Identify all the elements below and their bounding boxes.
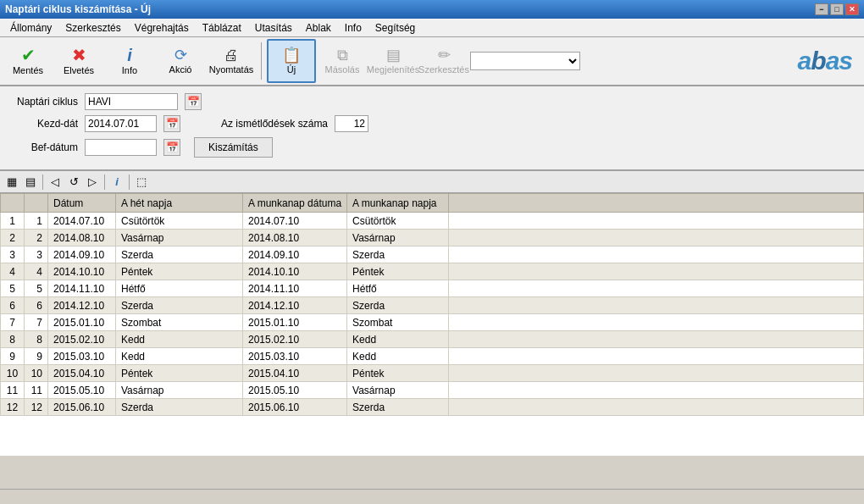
nav-back-button[interactable]: ◁ — [47, 174, 64, 191]
table-row[interactable]: 2 2 2014.08.10 Vasárnap 2014.08.10 Vasár… — [1, 230, 864, 246]
cell-date: 2014.12.10 — [48, 297, 116, 314]
cell-date: 2014.11.10 — [48, 280, 116, 297]
table-body: 1 1 2014.07.10 Csütörtök 2014.07.10 Csüt… — [1, 213, 864, 416]
info-icon: i — [127, 47, 132, 64]
grid-view-button[interactable]: ▦ — [3, 174, 20, 191]
abas-logo: abas — [798, 47, 852, 75]
new-icon: 📋 — [282, 47, 301, 63]
bef-input[interactable] — [85, 139, 157, 156]
discard-button[interactable]: ✖ Elvetés — [54, 39, 103, 83]
header-wdate: A munkanap dátuma — [243, 194, 347, 213]
view-icon: ▤ — [386, 47, 401, 63]
sub-info-button[interactable]: i — [108, 174, 125, 191]
cell-wdate: 2014.11.10 — [243, 280, 347, 297]
naptari-input[interactable] — [85, 93, 178, 110]
cell-wday: Vasárnap — [347, 230, 449, 246]
ismetlodes-input[interactable] — [335, 115, 368, 132]
close-button[interactable]: ✕ — [845, 3, 859, 15]
table-row[interactable]: 10 10 2015.04.10 Péntek 2015.04.10 Pénte… — [1, 365, 864, 382]
cell-wday: Csütörtök — [347, 213, 449, 230]
action-icon: ⟳ — [174, 47, 187, 63]
table-row[interactable]: 6 6 2014.12.10 Szerda 2014.12.10 Szerda — [1, 297, 864, 314]
cell-idx: 11 — [25, 382, 48, 399]
print-icon: 🖨 — [224, 47, 239, 63]
table-row[interactable]: 7 7 2015.01.10 Szombat 2015.01.10 Szomba… — [1, 314, 864, 331]
table-row[interactable]: 12 12 2015.06.10 Szerda 2015.06.10 Szerd… — [1, 399, 864, 416]
header-day: A hét napja — [116, 194, 243, 213]
new-label: Új — [287, 64, 296, 75]
menu-vegrehajtás[interactable]: Végrehajtás — [128, 19, 196, 36]
status-bar — [0, 489, 864, 504]
new-button[interactable]: 📋 Új — [267, 39, 316, 83]
copy-icon: ⧉ — [337, 47, 348, 63]
cell-num: 7 — [1, 314, 25, 331]
cell-wday: Szombat — [347, 314, 449, 331]
edit-button[interactable]: ✏ Szerkesztés — [419, 39, 468, 83]
cell-wdate: 2015.03.10 — [243, 348, 347, 365]
menu-ablak[interactable]: Ablak — [299, 19, 338, 36]
cell-wday: Szerda — [347, 246, 449, 263]
save-label: Mentés — [13, 65, 43, 75]
menu-utasitas[interactable]: Utasítás — [248, 19, 299, 36]
cell-idx: 8 — [25, 331, 48, 348]
edit-icon: ✏ — [438, 47, 451, 63]
table-row[interactable]: 9 9 2015.03.10 Kedd 2015.03.10 Kedd — [1, 348, 864, 365]
cell-wday: Szerda — [347, 297, 449, 314]
cell-idx: 10 — [25, 365, 48, 382]
kezd-input[interactable] — [85, 115, 157, 132]
toolbar-dropdown[interactable] — [470, 52, 580, 70]
cell-rest — [449, 382, 864, 399]
table-row[interactable]: 11 11 2015.05.10 Vasárnap 2015.05.10 Vas… — [1, 382, 864, 399]
copy-button[interactable]: ⧉ Másolás — [318, 39, 367, 83]
cell-date: 2015.03.10 — [48, 348, 116, 365]
header-wday: A munkanap napja — [347, 194, 449, 213]
title-bar-buttons: − □ ✕ — [815, 3, 859, 15]
kezd-cal-button[interactable]: 📅 — [163, 115, 180, 132]
header-idx — [25, 194, 48, 213]
save-button[interactable]: ✔ Mentés — [3, 39, 53, 83]
table-row[interactable]: 3 3 2014.09.10 Szerda 2014.09.10 Szerda — [1, 246, 864, 263]
cell-day: Csütörtök — [116, 213, 243, 230]
table-view-button[interactable]: ▤ — [22, 174, 39, 191]
print-button[interactable]: 🖨 Nyomtatás — [207, 39, 256, 83]
minimize-button[interactable]: − — [815, 3, 828, 15]
cell-date: 2014.10.10 — [48, 263, 116, 280]
cell-date: 2015.01.10 — [48, 314, 116, 331]
cell-rest — [449, 246, 864, 263]
print-label: Nyomtatás — [209, 64, 254, 75]
menu-segitseg[interactable]: Segítség — [368, 19, 422, 36]
cell-day: Péntek — [116, 365, 243, 382]
info-button[interactable]: i Info — [105, 39, 154, 83]
view-button[interactable]: ▤ Megjelenítés — [368, 39, 418, 83]
menu-info[interactable]: Info — [338, 19, 368, 36]
cell-num: 6 — [1, 297, 25, 314]
bef-cal-button[interactable]: 📅 — [163, 139, 180, 156]
cell-rest — [449, 263, 864, 280]
table-row[interactable]: 5 5 2014.11.10 Hétfő 2014.11.10 Hétfő — [1, 280, 864, 297]
cell-num: 10 — [1, 365, 25, 382]
menu-tablazat[interactable]: Táblázat — [196, 19, 248, 36]
cell-wdate: 2015.05.10 — [243, 382, 347, 399]
maximize-button[interactable]: □ — [830, 3, 844, 15]
nav-refresh-button[interactable]: ↺ — [65, 174, 82, 191]
menu-bar: Állomány Szerkesztés Végrehajtás Tábláza… — [0, 19, 864, 37]
cell-rest — [449, 348, 864, 365]
cell-num: 11 — [1, 382, 25, 399]
cell-date: 2015.05.10 — [48, 382, 116, 399]
cell-wdate: 2015.04.10 — [243, 365, 347, 382]
cell-date: 2015.04.10 — [48, 365, 116, 382]
kiszamitas-button[interactable]: Kiszámítás — [194, 137, 273, 158]
table-row[interactable]: 8 8 2015.02.10 Kedd 2015.02.10 Kedd — [1, 331, 864, 348]
menu-szerkesztes[interactable]: Szerkesztés — [58, 19, 127, 36]
cell-idx: 7 — [25, 314, 48, 331]
table-row[interactable]: 1 1 2014.07.10 Csütörtök 2014.07.10 Csüt… — [1, 213, 864, 230]
nav-forward-button[interactable]: ▷ — [84, 174, 101, 191]
table-row[interactable]: 4 4 2014.10.10 Péntek 2014.10.10 Péntek — [1, 263, 864, 280]
copy-label: Másolás — [325, 64, 360, 75]
action-label: Akció — [169, 64, 192, 75]
menu-allomany[interactable]: Állomány — [3, 19, 58, 36]
view-label: Megjelenítés — [367, 64, 419, 75]
naptari-cal-button[interactable]: 📅 — [185, 93, 202, 110]
sub-export-button[interactable]: ⬚ — [133, 174, 150, 191]
action-button[interactable]: ⟳ Akció — [156, 39, 205, 83]
